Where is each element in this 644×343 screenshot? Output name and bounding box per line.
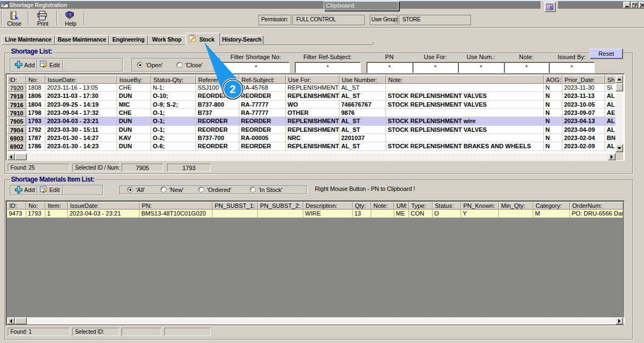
svg-text:?: ? — [69, 12, 72, 18]
svg-text:S: S — [549, 5, 553, 10]
svg-text:2: 2 — [230, 83, 236, 95]
